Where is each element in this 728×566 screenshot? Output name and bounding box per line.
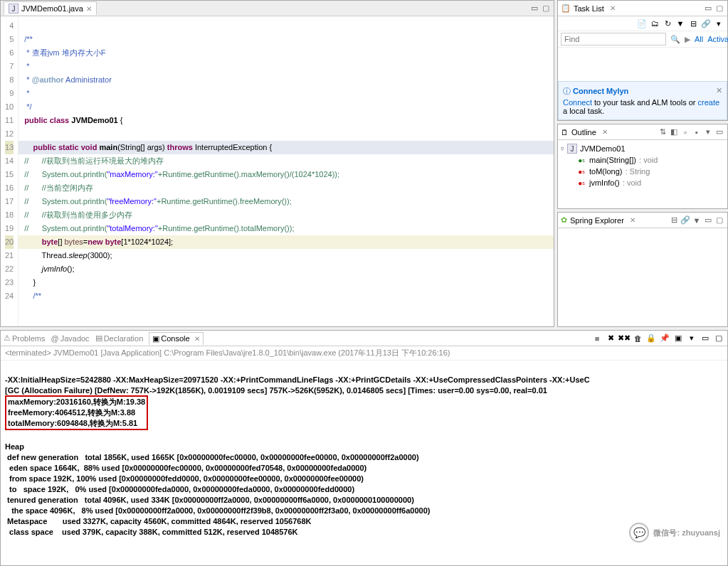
outline-item[interactable]: ●stoM(long) : String <box>561 166 724 177</box>
find-row: 🔍 ▶ All Activate... <box>558 31 727 48</box>
categorize-icon[interactable]: 🗂 <box>649 18 660 29</box>
console-icon: ▣ <box>152 334 159 343</box>
method-icon: ●s <box>576 155 586 165</box>
collapse-icon[interactable]: ⊟ <box>669 215 679 225</box>
java-file-icon <box>9 4 19 14</box>
open-console-icon[interactable]: ▾ <box>686 333 697 344</box>
javadoc-icon: @ <box>51 334 58 343</box>
close-icon[interactable]: ✕ <box>610 4 616 12</box>
new-task-icon[interactable]: 📄 <box>636 18 648 29</box>
menu-icon[interactable]: ▾ <box>703 127 713 137</box>
declaration-icon: ▤ <box>95 333 102 343</box>
file-tab[interactable]: JVMDemo01.java ✕ <box>4 1 97 15</box>
close-icon[interactable]: ✕ <box>716 86 722 95</box>
all-link[interactable]: All <box>695 35 703 43</box>
tab-console[interactable]: ▣Console✕ <box>149 332 203 345</box>
hide-fields-icon[interactable]: ▫ <box>680 127 690 137</box>
collapse-icon[interactable]: ⊟ <box>687 18 699 29</box>
maximize-icon[interactable]: ▢ <box>714 4 724 14</box>
refresh-icon[interactable]: ↻ <box>662 18 673 29</box>
tab-declaration[interactable]: ▤Declaration <box>95 333 144 343</box>
close-icon[interactable]: ✕ <box>86 5 92 13</box>
connect-link[interactable]: Connect <box>563 98 592 107</box>
maximize-icon[interactable]: ▢ <box>713 333 724 344</box>
expand-icon[interactable]: ▿ <box>561 145 564 152</box>
mylyn-title: Connect Mylyn <box>573 87 628 95</box>
filter-icon[interactable]: ◧ <box>669 127 679 137</box>
code-content[interactable]: /** * 查看jvm 堆内存大小F * * @author Administr… <box>19 16 554 326</box>
maximize-icon[interactable]: ▢ <box>714 215 724 225</box>
method-icon: ●s <box>576 166 586 176</box>
clear-icon[interactable]: 🗑 <box>632 333 643 344</box>
hide-static-icon[interactable]: ▪ <box>692 127 702 137</box>
search-icon[interactable]: 🔍 <box>670 35 680 44</box>
outline-item[interactable]: ●sjvmInfo() : void <box>561 177 724 188</box>
outline-panel: 🗒 Outline ✕ ⇅ ◧ ▫ ▪ ▾ ▭ ▿JVMDemo01 ●smai… <box>557 124 728 209</box>
method-icon: ●s <box>576 178 586 188</box>
close-icon[interactable]: ✕ <box>630 216 635 224</box>
remove-all-icon[interactable]: ✖✖ <box>618 333 630 344</box>
line-gutter: 456789101112131415161718192021222324 <box>1 16 19 326</box>
menu-icon[interactable]: ▾ <box>713 18 724 29</box>
code-area[interactable]: 456789101112131415161718192021222324 /**… <box>1 16 554 326</box>
minimize-icon[interactable]: ▭ <box>703 215 713 225</box>
tasklist-icon: 📋 <box>561 4 571 13</box>
activate-link[interactable]: Activate... <box>707 35 728 43</box>
spring-title[interactable]: Spring Explorer <box>567 215 627 226</box>
outline-tree[interactable]: ▿JVMDemo01 ●smain(String[]) : void●stoM(… <box>558 140 727 191</box>
watermark: 💬 微信号: zhuyuansj <box>629 523 720 543</box>
remove-icon[interactable]: ✖ <box>605 333 616 344</box>
outline-item[interactable]: ●smain(String[]) : void <box>561 154 724 166</box>
launch-info: <terminated> JVMDemo01 [Java Application… <box>1 346 727 361</box>
tab-problems[interactable]: ⚠Problems <box>4 333 45 343</box>
console-toolbar: ■ ✖ ✖✖ 🗑 🔒 📌 ▣ ▾ ▭ ▢ <box>591 333 724 344</box>
memory-highlight-box: maxMemory:20316160,转换为M:19.38 freeMemory… <box>5 395 148 430</box>
terminate-icon[interactable]: ■ <box>591 333 603 344</box>
heap-output: Heap def new generation total 1856K, use… <box>5 442 431 536</box>
filter-icon[interactable]: ▼ <box>675 18 686 29</box>
display-icon[interactable]: ▣ <box>672 333 684 344</box>
class-icon <box>567 144 577 154</box>
mylyn-banner: ⓘ Connect Mylyn ✕ Connect to your task a… <box>558 81 727 120</box>
info-icon: ⓘ <box>563 87 571 95</box>
outline-icon: 🗒 <box>561 128 569 137</box>
spring-icon: ✿ <box>561 215 567 225</box>
close-icon[interactable]: ✕ <box>602 128 608 136</box>
find-input[interactable] <box>561 33 666 46</box>
synchronize-icon[interactable]: 🔗 <box>700 18 712 29</box>
sort-icon[interactable]: ⇅ <box>658 127 668 137</box>
scroll-lock-icon[interactable]: 🔒 <box>645 333 657 344</box>
close-icon[interactable]: ✕ <box>194 335 200 343</box>
outline-title[interactable]: Outline <box>569 127 599 138</box>
minimize-icon[interactable]: ▭ <box>529 4 539 14</box>
spring-explorer-panel: ✿ Spring Explorer ✕ ⊟ 🔗 ▼ ▭ ▢ <box>557 212 728 327</box>
tasklist-title[interactable]: Task List <box>571 3 607 14</box>
task-list-panel: 📋 Task List ✕ ▭▢ 📄 🗂 ↻ ▼ ⊟ 🔗 ▾ 🔍 ▶ All A… <box>557 0 728 121</box>
maximize-icon[interactable]: ▢ <box>541 4 551 14</box>
file-tab-label: JVMDemo01.java <box>21 4 83 13</box>
outline-root[interactable]: JVMDemo01 <box>580 144 626 153</box>
editor-tab-bar: JVMDemo01.java ✕ ▭ ▢ <box>1 1 554 16</box>
pin-icon[interactable]: 📌 <box>659 333 670 344</box>
minimize-icon[interactable]: ▭ <box>703 4 713 14</box>
problems-icon: ⚠ <box>4 333 11 343</box>
editor-pane: JVMDemo01.java ✕ ▭ ▢ 4567891011121314151… <box>0 0 554 327</box>
filter-icon[interactable]: ▼ <box>692 215 702 225</box>
bottom-tab-bar: ⚠Problems @Javadoc ▤Declaration ▣Console… <box>1 331 727 346</box>
wechat-icon: 💬 <box>629 523 649 543</box>
minimize-icon[interactable]: ▭ <box>700 333 711 344</box>
tasklist-toolbar: 📄 🗂 ↻ ▼ ⊟ 🔗 ▾ <box>558 16 727 31</box>
minimize-icon[interactable]: ▭ <box>714 127 724 137</box>
link-icon[interactable]: 🔗 <box>680 215 690 225</box>
tab-javadoc[interactable]: @Javadoc <box>51 334 89 343</box>
bottom-panel: ⚠Problems @Javadoc ▤Declaration ▣Console… <box>0 330 728 566</box>
create-link[interactable]: create <box>698 98 720 107</box>
console-output[interactable]: -XX:InitialHeapSize=5242880 -XX:MaxHeapS… <box>1 361 727 565</box>
